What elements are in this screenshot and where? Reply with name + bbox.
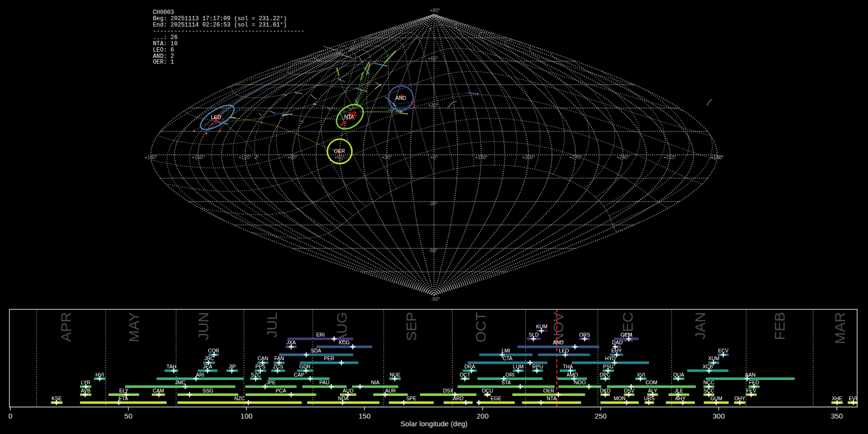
svg-text:ELY: ELY (119, 388, 128, 393)
svg-text:MAY: MAY (126, 312, 142, 342)
svg-text:QUA: QUA (673, 372, 684, 378)
svg-text:...: 26: ...: 26 (153, 34, 177, 41)
svg-text:EGE: EGE (491, 395, 502, 401)
svg-text:STA: STA (502, 380, 511, 385)
svg-text:-30°: -30° (429, 201, 437, 206)
svg-text:JMC: JMC (175, 380, 186, 385)
svg-text:SSG: SSG (203, 388, 213, 393)
svg-text:EVI: EVI (849, 395, 857, 401)
svg-text:ARD: ARD (453, 395, 464, 401)
svg-text:PCA: PCA (276, 388, 286, 393)
svg-text:JUL: JUL (264, 312, 280, 338)
svg-text:350: 350 (831, 412, 843, 420)
svg-text:NOV: NOV (550, 312, 566, 343)
svg-text:Beg: 20251113 17:17:09 (sol =: Beg: 20251113 17:17:09 (sol = 231.22°) (153, 15, 287, 22)
svg-text:APR: APR (58, 312, 74, 342)
svg-text:+180°: +180° (711, 155, 724, 160)
svg-text:JUN: JUN (195, 312, 211, 340)
svg-text:DSX: DSX (443, 388, 454, 393)
svg-text:NTA: 10: NTA: 10 (153, 41, 177, 47)
svg-text:OCT: OCT (473, 312, 488, 342)
svg-text:-60°: -60° (429, 248, 437, 253)
svg-text:300: 300 (713, 412, 725, 420)
svg-text:SPE: SPE (406, 395, 416, 401)
svg-text:GEM: GEM (621, 332, 632, 338)
svg-text:End: 20251114 02:26:53 (sol =: End: 20251114 02:26:53 (sol = 231.61°) (153, 22, 287, 28)
svg-text:Solar longitude (deg): Solar longitude (deg) (400, 420, 467, 428)
svg-text:GDR: GDR (299, 364, 311, 369)
svg-text:FEB: FEB (772, 312, 787, 340)
svg-text:JPE: JPE (266, 380, 275, 385)
svg-text:LEO: LEO (211, 114, 221, 120)
svg-text:CH0003: CH0003 (153, 9, 174, 16)
svg-text:AMO: AMO (567, 372, 578, 378)
svg-text:200: 200 (476, 412, 488, 420)
svg-text:ETA: ETA (119, 395, 128, 401)
svg-text:JLE: JLE (675, 388, 683, 393)
svg-text:+300°: +300° (522, 155, 535, 160)
svg-text:ARI: ARI (196, 372, 204, 378)
svg-text:PER: PER (324, 355, 335, 361)
svg-text:DRA: DRA (464, 364, 475, 369)
svg-text:MON: MON (614, 395, 626, 401)
svg-text:------------------------------: ----------------------------------------… (153, 28, 305, 35)
svg-text:OER: 1: OER: 1 (153, 59, 174, 66)
svg-text:NOO: NOO (574, 380, 586, 385)
svg-text:NTA: NTA (547, 395, 556, 401)
svg-text:+30°: +30° (428, 103, 438, 108)
svg-text:THA: THA (563, 364, 573, 369)
svg-text:OER: OER (543, 388, 555, 393)
svg-text:ERI: ERI (316, 332, 325, 338)
svg-text:SEP: SEP (403, 312, 419, 341)
svg-text:AND: 2: AND: 2 (153, 53, 174, 60)
svg-text:50: 50 (124, 412, 133, 420)
svg-text:AND: AND (553, 339, 564, 345)
svg-text:+330°: +330° (475, 155, 488, 160)
svg-text:+150°: +150° (192, 155, 205, 160)
svg-text:+90°: +90° (287, 155, 298, 160)
svg-text:NTA: NTA (344, 114, 354, 120)
svg-text:NZC: NZC (234, 395, 245, 401)
svg-text:LEO: 6: LEO: 6 (153, 47, 174, 54)
svg-text:+60°: +60° (335, 155, 345, 160)
svg-text:PAU: PAU (319, 380, 329, 385)
svg-text:LMI: LMI (502, 348, 510, 353)
svg-text:AUR: AUR (385, 388, 396, 393)
svg-text:0: 0 (8, 412, 12, 420)
svg-text:NIA: NIA (371, 380, 380, 385)
svg-text:CAP: CAP (294, 372, 304, 378)
svg-text:ZCS: ZCS (273, 364, 283, 369)
svg-text:CTA: CTA (502, 355, 512, 361)
svg-text:RPU: RPU (532, 364, 543, 369)
svg-text:+240°: +240° (617, 155, 630, 160)
svg-text:JRC: JRC (204, 355, 214, 361)
svg-text:AND: AND (395, 95, 407, 101)
svg-text:100: 100 (241, 412, 253, 420)
svg-text:XCB: XCB (703, 364, 713, 369)
svg-text:ORI: ORI (505, 372, 515, 378)
svg-text:MAR: MAR (832, 312, 848, 344)
svg-text:+60°: +60° (428, 56, 438, 61)
svg-text:150: 150 (358, 412, 370, 420)
svg-text:+120°: +120° (239, 155, 252, 160)
svg-text:+270°: +270° (570, 155, 583, 160)
svg-text:AHY: AHY (675, 395, 686, 401)
svg-text:OER: OER (334, 148, 345, 154)
svg-text:DAD: DAD (612, 339, 623, 345)
svg-text:-90°: -90° (431, 297, 440, 302)
svg-text:KCG: KCG (339, 339, 350, 345)
svg-text:TAH: TAH (166, 364, 176, 369)
svg-text:SDA: SDA (311, 348, 322, 353)
svg-text:LEO: LEO (559, 348, 569, 353)
svg-text:+90°: +90° (430, 8, 440, 13)
svg-text:+180°: +180° (145, 155, 158, 160)
svg-text:+210°: +210° (664, 155, 677, 160)
svg-text:+0°: +0° (430, 155, 437, 160)
svg-text:+30°: +30° (382, 155, 392, 160)
svg-text:COM: COM (645, 380, 657, 385)
svg-text:250: 250 (595, 412, 607, 420)
svg-text:JAN: JAN (692, 312, 708, 339)
svg-text:NDA: NDA (338, 395, 349, 401)
